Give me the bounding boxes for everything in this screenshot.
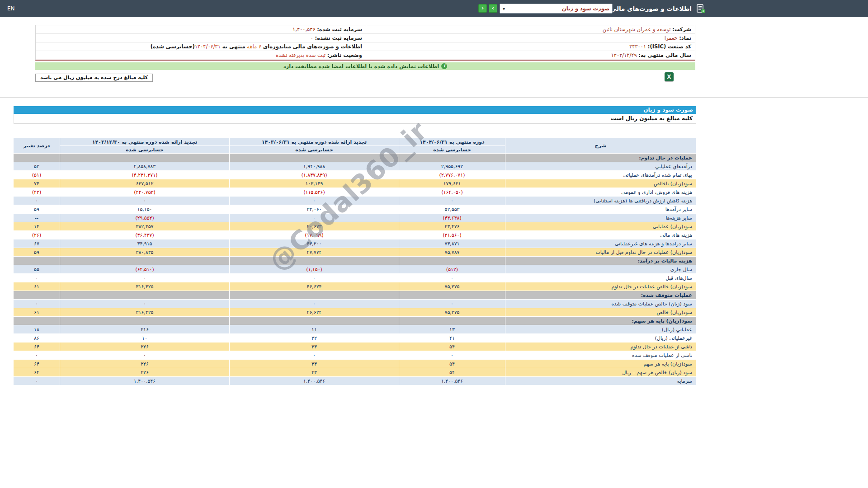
prev-statement-button[interactable]: ‹	[478, 4, 487, 13]
statement-row: غیرعملیاتي (ریال)۴۱۲۲۱۰۸۶	[14, 334, 696, 343]
value-change-percent: ۷۴	[14, 179, 60, 188]
value-restated-midyear: ۰	[230, 300, 399, 308]
value-restated-annual: ۱,۴۰۰,۵۴۶	[60, 377, 230, 385]
value-change-percent: ۵۲	[14, 162, 60, 171]
value-current-period: (۲,۷۷۶,۰۷۱)	[399, 171, 505, 179]
company-info-row: کد صنعت (ISIC): ۳۴۳۰۰۱ اطلاعات و صورت‌ها…	[36, 42, 695, 51]
value-change-percent: (۴۲)	[14, 188, 60, 197]
value-restated-midyear: ۲۲	[230, 334, 399, 343]
value-restated-midyear: ۱,۹۴۰,۹۸۸	[230, 162, 399, 171]
excel-export-icon[interactable]: X	[665, 72, 674, 81]
value-current-period: ۷۵,۲۷۵	[399, 308, 505, 317]
value-restated-annual: ۶۲۷,۵۱۲	[60, 179, 230, 188]
value-change-percent: ۰	[14, 351, 60, 360]
statement-title-bar: صورت سود و زیان	[14, 106, 696, 114]
statement-row: سایر هزینه‌ها(۴۴,۶۴۸)۰(۲۹,۵۵۲)--	[14, 214, 696, 222]
period-ending-label: منتهی به	[222, 43, 245, 50]
symbol-value: خعمرا	[665, 35, 678, 41]
statement-row: سال‌های قبل۰۰۰۰	[14, 274, 696, 282]
section-empty-cell	[230, 154, 399, 162]
statement-row: سایر درآمدها و هزینه های غیرعملیاتی۷۳,۸۷…	[14, 239, 696, 248]
value-restated-midyear: ۰	[230, 197, 399, 205]
value-restated-midyear: (۱,۱۵۰)	[230, 265, 399, 274]
value-change-percent: ۱۴	[14, 222, 60, 231]
value-current-period: ۰	[399, 300, 505, 308]
section-empty-cell	[14, 317, 60, 325]
section-row: عملیات در حال تداوم:	[14, 154, 696, 162]
section-empty-cell	[60, 154, 230, 162]
value-restated-annual: ۲۱۶	[60, 325, 230, 334]
value-current-period: ۱۳	[399, 325, 505, 334]
section-empty-cell	[60, 291, 230, 300]
report-copy-icon[interactable]	[695, 3, 706, 14]
value-restated-midyear: ۳۳	[230, 368, 399, 377]
value-current-period: ۵۴	[399, 343, 505, 351]
value-restated-annual: ۳۸۲,۳۵۷	[60, 222, 230, 231]
statement-row: سایر درآمدها۵۲,۵۵۳۳۳,۰۶۰۱۵,۱۵۰۵۹	[14, 205, 696, 214]
top-navigation-bar: اطلاعات و صورت‌های مالی میاندوره‌ای صورت…	[0, 0, 868, 17]
col-header-restated-midyear: تجدید ارائه شده دوره منتهی به ۱۴۰۳/۰۶/۳۱	[230, 138, 399, 146]
value-current-period: ۵۴	[399, 368, 505, 377]
statement-row: ناشی از عملیات در حال تداوم۵۴۳۳۲۲۶۶۴	[14, 343, 696, 351]
row-label: هزینه های فروش، اداری و عمومی	[505, 188, 696, 197]
statement-row: هزینه های فروش، اداری و عمومی(۱۶۴,۰۵۰)(۱…	[14, 188, 696, 197]
row-label: سال‌های قبل	[505, 274, 696, 282]
value-current-period: ۷۵,۲۷۵	[399, 282, 505, 291]
statement-row: سود(زیان) ناخالص۱۷۹,۶۲۱۱۰۳,۱۴۹۶۲۷,۵۱۲۷۴	[14, 179, 696, 188]
col-header-change-percent: درصد تغییر	[14, 138, 60, 154]
value-restated-annual: (۳۶,۴۳۷)	[60, 231, 230, 239]
statement-row: سود(زیان) عملیات در حال تداوم قبل از مال…	[14, 248, 696, 257]
statement-row: سود (زیان) خالص عملیات متوقف شده۰۰۰۰	[14, 300, 696, 308]
section-empty-cell	[60, 257, 230, 265]
section-empty-cell	[14, 291, 60, 300]
company-info-row: نماد: خعمرا سرمایه ثبت نشده: ۰	[36, 34, 695, 42]
value-restated-annual: ۲۲۶	[60, 360, 230, 368]
row-label: بهای تمام شده درآمدهای عملیاتی	[505, 171, 696, 179]
value-restated-annual: ۰	[60, 300, 230, 308]
section-row: هزینه مالیات بر درآمد:	[14, 257, 696, 265]
row-label: ناشی از عملیات متوقف شده	[505, 351, 696, 360]
row-label: ناشی از عملیات در حال تداوم	[505, 343, 696, 351]
value-restated-midyear: (۱۷,۰۹۹)	[230, 231, 399, 239]
value-restated-annual: ۳۴,۹۱۵	[60, 239, 230, 248]
row-label: سایر هزینه‌ها	[505, 214, 696, 222]
value-change-percent: ۵۹	[14, 248, 60, 257]
value-restated-midyear: (۱,۸۳۷,۸۳۹)	[230, 171, 399, 179]
value-restated-midyear: ۴۶,۶۲۴	[230, 282, 399, 291]
section-label: عملیات متوقف شده:	[505, 291, 696, 300]
value-restated-midyear: ۰	[230, 274, 399, 282]
value-change-percent: (۵۱)	[14, 171, 60, 179]
period-end-date: ۱۴۰۴/۰۶/۳۱	[195, 43, 221, 50]
income-statement-table-wrapper: شرح دوره منتهی به ۱۴۰۴/۰۶/۳۱ تجدید ارائه…	[14, 138, 696, 385]
row-label: سرمایه	[505, 377, 696, 385]
next-statement-button[interactable]: ›	[489, 4, 497, 13]
row-label: سود(زیان) ناخالص	[505, 179, 696, 188]
statement-row: سود(زیان) خالص۷۵,۲۷۵۴۶,۶۲۴۳۱۶,۳۲۵۶۱	[14, 308, 696, 317]
issuer-status-value: ثبت شده پذیرفته نشده	[276, 52, 326, 58]
section-empty-cell	[230, 257, 399, 265]
value-restated-annual: ۳۱۶,۳۲۵	[60, 282, 230, 291]
value-restated-midyear: (۱۱۵,۵۳۶)	[230, 188, 399, 197]
value-current-period: ۱,۴۰۰,۵۴۶	[399, 377, 505, 385]
value-restated-annual: ۳۸۰,۸۳۵	[60, 248, 230, 257]
section-empty-cell	[14, 257, 60, 265]
col-subheader-audited: حسابرسی شده	[399, 146, 505, 154]
row-label: سود(زیان) خالص عملیات در حال تداوم	[505, 282, 696, 291]
statement-row: سود(زیان) خالص عملیات در حال تداوم۷۵,۲۷۵…	[14, 282, 696, 291]
section-label: عملیات در حال تداوم:	[505, 154, 696, 162]
statement-type-selected-value: صورت سود و زیان	[562, 5, 609, 12]
value-restated-annual: ۴,۸۵۸,۷۸۳	[60, 162, 230, 171]
value-current-period: (۴۴,۶۴۸)	[399, 214, 505, 222]
fiscal-year-label: سال مالی منتهی به:	[638, 52, 691, 58]
row-label: سایر درآمدها	[505, 205, 696, 214]
value-restated-annual: ۲۲۶	[60, 343, 230, 351]
value-current-period: (۲۱,۵۶۰)	[399, 231, 505, 239]
value-restated-annual: (۲۹,۵۵۲)	[60, 214, 230, 222]
row-label: سود(زیان) پایه هر سهم	[505, 360, 696, 368]
language-en-link[interactable]: EN	[7, 0, 15, 17]
issuer-status-label: وضعیت ناشر:	[327, 52, 362, 58]
col-header-current-period: دوره منتهی به ۱۴۰۴/۰۶/۳۱	[399, 138, 505, 146]
value-current-period: ۰	[399, 197, 505, 205]
statement-type-select[interactable]: صورت سود و زیان ▾	[500, 4, 613, 14]
value-restated-midyear: ۳۳,۰۶۰	[230, 205, 399, 214]
